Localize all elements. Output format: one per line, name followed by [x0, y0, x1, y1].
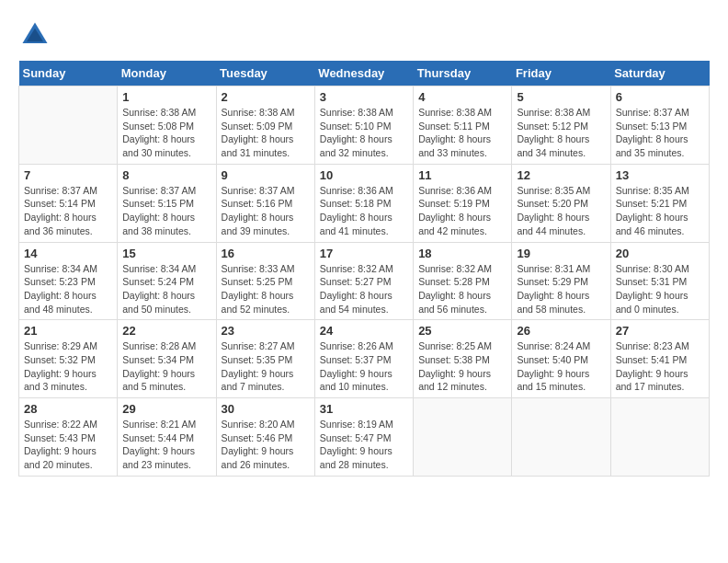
day-number: 29 — [122, 402, 210, 416]
header-saturday: Saturday — [610, 61, 709, 86]
day-info: Sunrise: 8:37 AMSunset: 5:15 PMDaylight:… — [122, 184, 210, 238]
calendar-cell: 27Sunrise: 8:23 AMSunset: 5:41 PMDayligh… — [610, 320, 709, 398]
day-info: Sunrise: 8:38 AMSunset: 5:11 PMDaylight:… — [418, 106, 506, 160]
day-number: 18 — [418, 247, 506, 260]
calendar-cell: 21Sunrise: 8:29 AMSunset: 5:32 PMDayligh… — [19, 320, 118, 398]
header-sunday: Sunday — [19, 61, 118, 86]
day-number: 10 — [320, 168, 408, 182]
calendar-cell: 7Sunrise: 8:37 AMSunset: 5:14 PMDaylight… — [19, 164, 118, 242]
day-info: Sunrise: 8:34 AMSunset: 5:24 PMDaylight:… — [122, 262, 210, 316]
calendar-cell: 16Sunrise: 8:33 AMSunset: 5:25 PMDayligh… — [216, 242, 314, 320]
calendar-cell: 4Sunrise: 8:38 AMSunset: 5:11 PMDaylight… — [414, 86, 512, 165]
day-info: Sunrise: 8:38 AMSunset: 5:08 PMDaylight:… — [122, 106, 210, 160]
day-number: 8 — [122, 168, 210, 182]
day-info: Sunrise: 8:30 AMSunset: 5:31 PMDaylight:… — [616, 262, 704, 316]
header-row: SundayMondayTuesdayWednesdayThursdayFrid… — [19, 61, 710, 86]
day-number: 28 — [24, 402, 112, 416]
calendar-cell — [512, 398, 610, 477]
calendar-header: SundayMondayTuesdayWednesdayThursdayFrid… — [19, 61, 710, 86]
page-header — [18, 18, 710, 52]
day-info: Sunrise: 8:22 AMSunset: 5:43 PMDaylight:… — [24, 418, 112, 472]
day-number: 31 — [320, 402, 408, 416]
calendar-cell — [19, 86, 118, 165]
calendar-cell: 31Sunrise: 8:19 AMSunset: 5:47 PMDayligh… — [314, 398, 413, 477]
week-row-2: 14Sunrise: 8:34 AMSunset: 5:23 PMDayligh… — [19, 242, 710, 320]
day-info: Sunrise: 8:31 AMSunset: 5:29 PMDaylight:… — [517, 262, 605, 316]
calendar-table: SundayMondayTuesdayWednesdayThursdayFrid… — [18, 61, 710, 477]
calendar-cell: 28Sunrise: 8:22 AMSunset: 5:43 PMDayligh… — [19, 398, 118, 477]
day-number: 24 — [320, 324, 408, 338]
week-row-1: 7Sunrise: 8:37 AMSunset: 5:14 PMDaylight… — [19, 164, 710, 242]
day-info: Sunrise: 8:38 AMSunset: 5:09 PMDaylight:… — [222, 106, 310, 160]
logo-icon — [18, 18, 51, 52]
calendar-cell: 5Sunrise: 8:38 AMSunset: 5:12 PMDaylight… — [512, 86, 610, 165]
day-info: Sunrise: 8:36 AMSunset: 5:18 PMDaylight:… — [320, 184, 408, 238]
calendar-cell: 1Sunrise: 8:38 AMSunset: 5:08 PMDaylight… — [118, 86, 216, 165]
day-info: Sunrise: 8:27 AMSunset: 5:35 PMDaylight:… — [222, 339, 310, 394]
calendar-cell — [610, 398, 709, 477]
day-number: 13 — [616, 168, 704, 182]
day-info: Sunrise: 8:24 AMSunset: 5:40 PMDaylight:… — [517, 339, 605, 394]
day-info: Sunrise: 8:36 AMSunset: 5:19 PMDaylight:… — [418, 184, 506, 238]
calendar-cell: 3Sunrise: 8:38 AMSunset: 5:10 PMDaylight… — [314, 86, 413, 165]
week-row-4: 28Sunrise: 8:22 AMSunset: 5:43 PMDayligh… — [19, 398, 710, 477]
day-info: Sunrise: 8:28 AMSunset: 5:34 PMDaylight:… — [122, 339, 210, 394]
day-number: 11 — [418, 168, 506, 182]
day-number: 4 — [418, 90, 506, 104]
calendar-cell — [414, 398, 512, 477]
day-info: Sunrise: 8:35 AMSunset: 5:21 PMDaylight:… — [616, 184, 704, 238]
calendar-cell: 14Sunrise: 8:34 AMSunset: 5:23 PMDayligh… — [19, 242, 118, 320]
day-info: Sunrise: 8:25 AMSunset: 5:38 PMDaylight:… — [418, 339, 506, 394]
header-monday: Monday — [118, 61, 216, 86]
header-wednesday: Wednesday — [314, 61, 413, 86]
day-info: Sunrise: 8:20 AMSunset: 5:46 PMDaylight:… — [222, 418, 310, 472]
day-number: 23 — [222, 324, 310, 338]
week-row-3: 21Sunrise: 8:29 AMSunset: 5:32 PMDayligh… — [19, 320, 710, 398]
day-number: 7 — [24, 168, 112, 182]
day-number: 20 — [616, 247, 704, 260]
day-info: Sunrise: 8:34 AMSunset: 5:23 PMDaylight:… — [24, 262, 112, 316]
day-number: 15 — [122, 247, 210, 260]
day-info: Sunrise: 8:19 AMSunset: 5:47 PMDaylight:… — [320, 418, 408, 472]
logo — [18, 18, 55, 52]
day-number: 9 — [222, 168, 310, 182]
day-info: Sunrise: 8:38 AMSunset: 5:10 PMDaylight:… — [320, 106, 408, 160]
calendar-cell: 25Sunrise: 8:25 AMSunset: 5:38 PMDayligh… — [414, 320, 512, 398]
calendar-body: 1Sunrise: 8:38 AMSunset: 5:08 PMDaylight… — [19, 86, 710, 477]
calendar-cell: 24Sunrise: 8:26 AMSunset: 5:37 PMDayligh… — [314, 320, 413, 398]
day-info: Sunrise: 8:37 AMSunset: 5:16 PMDaylight:… — [222, 184, 310, 238]
day-info: Sunrise: 8:32 AMSunset: 5:28 PMDaylight:… — [418, 262, 506, 316]
calendar-cell: 2Sunrise: 8:38 AMSunset: 5:09 PMDaylight… — [216, 86, 314, 165]
day-info: Sunrise: 8:29 AMSunset: 5:32 PMDaylight:… — [24, 339, 112, 394]
day-number: 26 — [517, 324, 605, 338]
calendar-cell: 13Sunrise: 8:35 AMSunset: 5:21 PMDayligh… — [610, 164, 709, 242]
day-number: 14 — [24, 247, 112, 260]
day-number: 19 — [517, 247, 605, 260]
calendar-cell: 23Sunrise: 8:27 AMSunset: 5:35 PMDayligh… — [216, 320, 314, 398]
calendar-cell: 8Sunrise: 8:37 AMSunset: 5:15 PMDaylight… — [118, 164, 216, 242]
day-info: Sunrise: 8:32 AMSunset: 5:27 PMDaylight:… — [320, 262, 408, 316]
day-number: 30 — [222, 402, 310, 416]
header-thursday: Thursday — [414, 61, 512, 86]
day-number: 27 — [616, 324, 704, 338]
calendar-cell: 9Sunrise: 8:37 AMSunset: 5:16 PMDaylight… — [216, 164, 314, 242]
day-info: Sunrise: 8:33 AMSunset: 5:25 PMDaylight:… — [222, 262, 310, 316]
calendar-cell: 6Sunrise: 8:37 AMSunset: 5:13 PMDaylight… — [610, 86, 709, 165]
calendar-cell: 11Sunrise: 8:36 AMSunset: 5:19 PMDayligh… — [414, 164, 512, 242]
day-number: 22 — [122, 324, 210, 338]
day-number: 1 — [122, 90, 210, 104]
calendar-cell: 29Sunrise: 8:21 AMSunset: 5:44 PMDayligh… — [118, 398, 216, 477]
calendar-cell: 26Sunrise: 8:24 AMSunset: 5:40 PMDayligh… — [512, 320, 610, 398]
calendar-cell: 19Sunrise: 8:31 AMSunset: 5:29 PMDayligh… — [512, 242, 610, 320]
day-info: Sunrise: 8:37 AMSunset: 5:14 PMDaylight:… — [24, 184, 112, 238]
day-number: 12 — [517, 168, 605, 182]
calendar-cell: 30Sunrise: 8:20 AMSunset: 5:46 PMDayligh… — [216, 398, 314, 477]
week-row-0: 1Sunrise: 8:38 AMSunset: 5:08 PMDaylight… — [19, 86, 710, 165]
calendar-cell: 20Sunrise: 8:30 AMSunset: 5:31 PMDayligh… — [610, 242, 709, 320]
day-info: Sunrise: 8:23 AMSunset: 5:41 PMDaylight:… — [616, 339, 704, 394]
header-tuesday: Tuesday — [216, 61, 314, 86]
day-number: 17 — [320, 247, 408, 260]
day-info: Sunrise: 8:38 AMSunset: 5:12 PMDaylight:… — [517, 106, 605, 160]
day-number: 21 — [24, 324, 112, 338]
calendar-cell: 15Sunrise: 8:34 AMSunset: 5:24 PMDayligh… — [118, 242, 216, 320]
